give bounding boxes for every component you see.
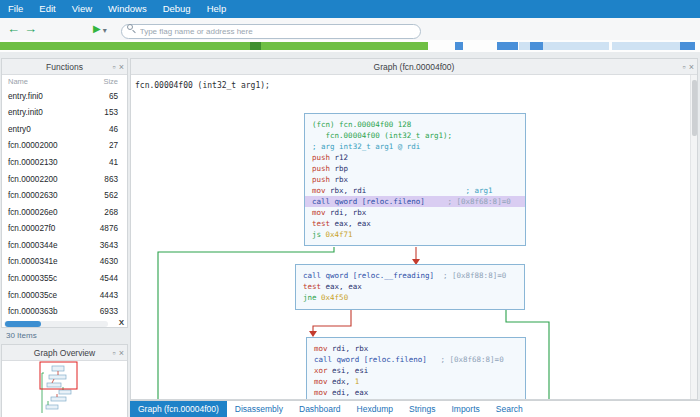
vscrollbar-thumb[interactable] [692,80,697,136]
asm-line[interactable]: push rbx [312,174,518,185]
menu-help[interactable]: Help [199,0,235,18]
hscrollbar-thumb[interactable] [5,321,41,327]
graph-canvas[interactable]: fcn.00004f00 (int32_t arg1); (fcn) fcn.0… [131,75,697,399]
asm-line[interactable]: test eax, eax [303,281,517,292]
functions-undock-icon[interactable]: ▫ [113,59,116,75]
function-row[interactable]: entry046 [2,121,127,138]
graph-block[interactable]: (fcn) fcn.00004f00 128 fcn.00004f00 (int… [304,113,526,246]
column-size[interactable]: Size [103,77,118,86]
function-size: 4443 [100,291,118,300]
functions-count: 30 Items [6,331,37,340]
functions-panel: Functions ▫ × Name Size entry.fini065ent… [1,58,128,328]
play-dropdown-icon[interactable]: ▾ [103,26,107,35]
memory-segment[interactable] [250,42,261,50]
back-button[interactable]: ← [7,19,20,39]
function-row[interactable]: fcn.0000363b6933 [2,303,127,320]
function-name: fcn.00002630 [8,191,58,200]
asm-line[interactable]: push rbp [312,163,518,174]
tab-strings[interactable]: Strings [401,401,443,417]
graph-panel-title: Graph (fcn.00004f00) [374,62,455,72]
function-size: 41 [109,158,118,167]
asm-line[interactable]: test eax, eax [312,218,518,229]
function-row[interactable]: fcn.0000355c4544 [2,270,127,287]
functions-hscrollbar[interactable]: X [2,320,127,328]
functions-rows: entry.fini065entry.init0153entry046fcn.0… [2,88,127,320]
asm-line[interactable]: call qword [reloc.__freading] ; [0x8f88:… [303,270,517,281]
function-size: 562 [104,191,118,200]
menu-view[interactable]: View [64,0,100,18]
filter-close-button[interactable]: X [119,318,124,327]
asm-line[interactable]: (fcn) fcn.00004f00 128 [312,119,518,130]
asm-line[interactable]: call qword [reloc.fileno] ; [0x8f68:8]=0 [305,196,525,207]
function-name: entry.init0 [8,108,43,117]
search-box [121,20,421,39]
tab-graph-fcn-00004f00[interactable]: Graph (fcn.00004f00) [130,401,227,417]
tab-search[interactable]: Search [488,401,531,417]
asm-line[interactable]: mov edi, eax [314,387,518,398]
graph-block[interactable]: call qword [reloc.__freading] ; [0x8f88:… [295,264,525,310]
overview-undock-icon[interactable]: ▫ [113,345,116,361]
asm-line[interactable]: jne 0x4f50 [303,292,517,303]
memory-segment[interactable] [497,42,518,50]
asm-line[interactable]: mov rdi, rbx [312,207,518,218]
tab-dashboard[interactable]: Dashboard [291,401,349,417]
functions-column-header[interactable]: Name Size [2,75,127,88]
function-row[interactable]: fcn.00002630562 [2,187,127,204]
forward-button[interactable]: → [24,19,37,39]
function-name: fcn.00002000 [8,141,58,150]
graph-panel: Graph (fcn.00004f00) ▫ × fcn.00004f00 (i… [130,58,698,400]
function-row[interactable]: fcn.0000344e3643 [2,237,127,254]
tab-imports[interactable]: Imports [443,401,487,417]
asm-line[interactable]: xor esi, esi [314,365,518,376]
column-name[interactable]: Name [8,77,28,86]
function-name: fcn.000035ce [8,291,57,300]
functions-close-icon[interactable]: × [119,59,124,75]
function-row[interactable]: entry.init0153 [2,105,127,122]
function-row[interactable]: fcn.0000341e4630 [2,254,127,271]
search-input[interactable] [121,24,421,39]
function-size: 4630 [100,257,118,266]
function-row[interactable]: fcn.0000200027 [2,138,127,155]
memory-segment[interactable] [680,42,695,50]
overview-close-icon[interactable]: × [119,345,124,361]
asm-line[interactable]: js 0x4f71 [312,229,518,240]
graph-block[interactable]: mov rdi, rbxcall qword [reloc.fileno] ; … [306,337,526,399]
function-row[interactable]: fcn.000035ce4443 [2,287,127,304]
asm-line[interactable]: ; arg int32_t arg1 @ rdi [312,141,518,152]
asm-line[interactable]: mov rbx, rdi ; arg1 [312,185,518,196]
memory-segment[interactable] [0,42,250,50]
memory-segment[interactable] [612,42,680,50]
menu-file[interactable]: File [0,0,31,18]
function-name: fcn.0000363b [8,307,58,316]
asm-line[interactable]: mov rdi, rbx [314,343,518,354]
play-button[interactable]: ▶ [93,19,101,39]
tab-hexdump[interactable]: Hexdump [349,401,401,417]
function-size: 46 [109,125,118,134]
asm-line[interactable]: mov edx, 1 [314,376,518,387]
hscrollbar-track[interactable] [4,321,108,327]
function-row[interactable]: fcn.000027f04876 [2,221,127,238]
toolbar: ← → ▶ ▾ [0,18,700,40]
function-size: 268 [104,208,118,217]
function-row[interactable]: fcn.0000213041 [2,154,127,171]
menu-windows[interactable]: Windows [100,0,155,18]
function-row[interactable]: fcn.00002200863 [2,171,127,188]
memory-segment[interactable] [543,42,609,50]
memory-map[interactable] [0,40,700,52]
memory-segment[interactable] [519,42,530,50]
menu-debug[interactable]: Debug [155,0,199,18]
asm-line[interactable]: call qword [reloc.fileno] ; [0x8f68:8]=0 [314,354,518,365]
menu-edit[interactable]: Edit [31,0,63,18]
memory-segment[interactable] [261,42,428,50]
graph-vscrollbar[interactable] [690,75,697,399]
graph-undock-icon[interactable]: ▫ [683,59,686,75]
memory-segment[interactable] [530,42,543,50]
asm-line[interactable]: fcn.00004f00 (int32_t arg1); [312,130,518,141]
graph-close-icon[interactable]: × [689,59,694,75]
graph-overview-minimap[interactable] [2,361,127,417]
memory-segment[interactable] [455,42,463,50]
asm-line[interactable]: push r12 [312,152,518,163]
function-row[interactable]: entry.fini065 [2,88,127,105]
tab-disassembly[interactable]: Disassembly [227,401,291,417]
function-row[interactable]: fcn.000026e0268 [2,204,127,221]
